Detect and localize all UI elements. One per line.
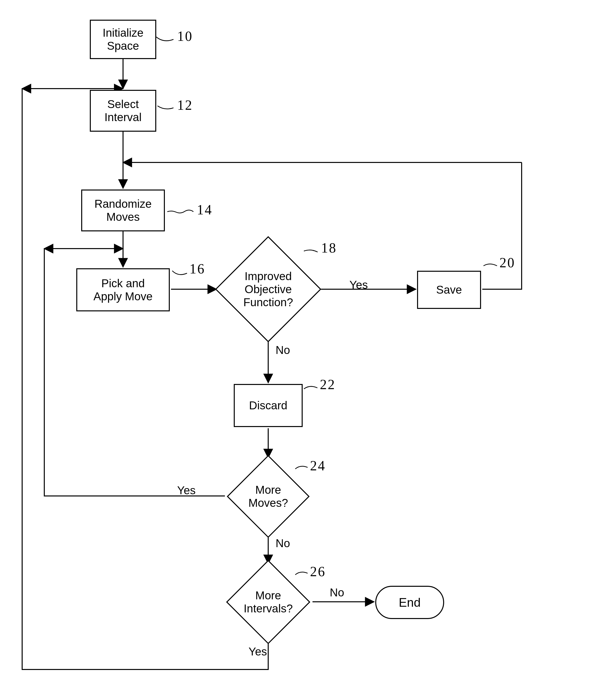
callout-14: 14 xyxy=(197,202,212,218)
node-label: Pick and Apply Move xyxy=(93,277,153,303)
node-improved-objective: Improved Objective Function? xyxy=(216,237,320,341)
node-select-interval: Select Interval xyxy=(90,90,156,132)
callout-20: 20 xyxy=(500,255,515,271)
node-save: Save xyxy=(417,271,481,309)
node-initialize-space: Initialize Space xyxy=(90,20,156,59)
node-label: End xyxy=(399,595,421,610)
node-label: Randomize Moves xyxy=(94,197,152,224)
callout-22: 22 xyxy=(320,377,335,392)
node-label: Save xyxy=(436,283,462,296)
edge-label-no: No xyxy=(330,586,344,599)
node-end: End xyxy=(375,586,444,619)
edge-label-yes: Yes xyxy=(177,484,196,497)
edge-label-yes: Yes xyxy=(349,278,368,291)
node-more-intervals: More Intervals? xyxy=(224,563,313,640)
edge-label-no: No xyxy=(276,343,290,357)
node-randomize-moves: Randomize Moves xyxy=(81,190,165,231)
node-discard: Discard xyxy=(234,384,303,427)
node-label: Initialize Space xyxy=(103,26,144,52)
node-label: Discard xyxy=(249,399,287,412)
node-label: More Moves? xyxy=(248,483,288,509)
callout-26: 26 xyxy=(310,563,326,579)
node-more-moves: More Moves? xyxy=(225,458,311,535)
callout-18: 18 xyxy=(321,240,337,256)
node-label: Improved Objective Function? xyxy=(243,270,293,309)
edge-label-yes: Yes xyxy=(248,645,267,658)
node-pick-apply: Pick and Apply Move xyxy=(76,268,170,311)
node-label: More Intervals? xyxy=(244,589,292,615)
flowchart-canvas: Initialize Space Select Interval Randomi… xyxy=(0,0,593,700)
edge-label-no: No xyxy=(276,537,290,550)
callout-24: 24 xyxy=(310,458,326,473)
callout-10: 10 xyxy=(177,28,193,44)
node-label: Select Interval xyxy=(105,98,142,124)
callout-12: 12 xyxy=(177,97,193,113)
callout-16: 16 xyxy=(190,261,205,277)
